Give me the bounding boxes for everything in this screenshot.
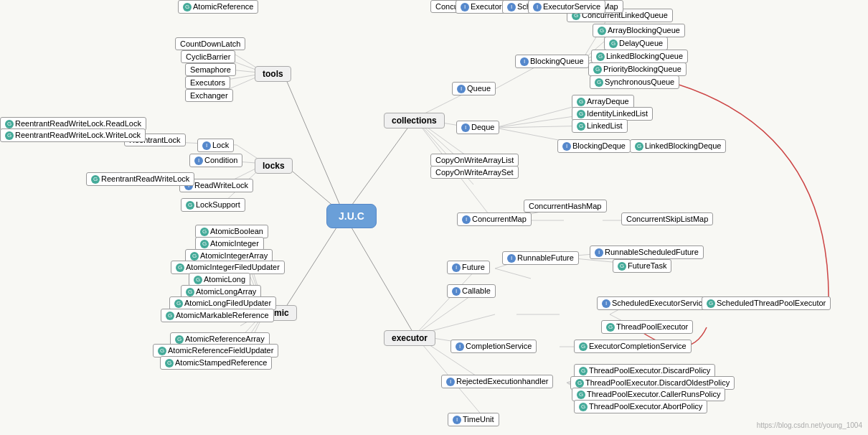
node-queue: IQueue — [452, 82, 496, 95]
node-timeunit: ITimeUnit — [448, 413, 499, 426]
svg-line-3 — [344, 118, 415, 215]
svg-line-58 — [495, 268, 531, 279]
executor-label: executor — [384, 330, 435, 346]
connector-lines — [0, 0, 868, 435]
category-tools: tools — [255, 66, 291, 82]
node-countdownlatch: CountDownLatch — [175, 37, 245, 50]
node-blockingqueue: IBlockingQueue — [515, 55, 589, 68]
svg-line-0 — [283, 73, 344, 215]
node-linkedblockingdeque: GLinkedBlockingDeque — [630, 139, 726, 153]
node-linkedblockingqueue: GLinkedBlockingQueue — [591, 50, 688, 63]
collections-label: collections — [384, 113, 445, 128]
juc-label: J.U.C — [326, 204, 377, 228]
node-completionservice: ICompletionService — [450, 340, 537, 353]
node-synchronousqueue: GSynchronousQueue — [590, 75, 679, 89]
node-futuretask: GFutureTask — [613, 259, 671, 273]
node-semaphore: Semaphore — [185, 63, 236, 76]
node-deque: IDeque — [456, 121, 499, 134]
node-executor-if: IExecutor — [456, 0, 506, 14]
node-exchanger: Exchanger — [185, 89, 233, 102]
node-executorservice: IExecutorService — [528, 0, 605, 14]
category-locks: locks — [255, 158, 293, 174]
node-concurrentskiplistmap: ConcurrentSkipListMap — [621, 212, 713, 225]
node-atomicreference: GAtomicReference — [178, 0, 258, 14]
node-condition: ICondition — [189, 154, 242, 167]
category-collections: collections — [384, 113, 445, 128]
node-runnablefuture: IRunnableFuture — [502, 251, 579, 265]
node-priorityblockingqueue: GPriorityBlockingQueue — [588, 62, 687, 76]
node-tpe-abort: GThreadPoolExecutor.AbortPolicy — [574, 400, 707, 413]
node-atomicstamped: GAtomicStampedReference — [160, 356, 272, 370]
node-future: IFuture — [447, 261, 490, 274]
node-copyonwritearrayset: CopyOnWriteArraySet — [430, 166, 519, 179]
svg-line-52 — [415, 291, 477, 335]
node-runnablescheduledfuture: IRunnableScheduledFuture — [590, 245, 704, 259]
category-executor: executor — [384, 330, 435, 346]
tools-label: tools — [255, 66, 291, 82]
node-executors: Executors — [185, 76, 230, 89]
node-rejectedexecutionhandler: IRejectedExecutionhandler — [441, 375, 553, 388]
node-threadpoolexecutor: GThreadPoolExecutor — [601, 320, 693, 334]
locks-label: locks — [255, 158, 293, 174]
node-lock: ILock — [197, 139, 234, 152]
node-locksupport: GLockSupport — [181, 198, 245, 212]
node-scheduledexecutorservice: IScheduledExecutorService — [597, 296, 712, 310]
node-cyclicbarrier: CyclicBarrier — [181, 50, 235, 63]
svg-line-4 — [344, 215, 415, 335]
node-concurrenthashmap: ConcurrentHashMap — [524, 200, 607, 212]
node-concurrentmap: IConcurrentMap — [457, 212, 532, 226]
node-delayqueue: GDelayQueue — [604, 37, 668, 50]
svg-line-2 — [283, 215, 344, 311]
node-reentrantreadwritelock: GReentrantReadWriteLock — [86, 172, 194, 186]
node-scheduledthreadpoolexecutor: GScheduledThreadPoolExecutor — [702, 296, 831, 310]
watermark: https://blog.csdn.net/young_1004 — [757, 421, 862, 429]
node-linkedlist: GLinkedList — [572, 119, 628, 133]
node-callable: ICallable — [447, 284, 496, 298]
node-arrayblockingqueue: GArrayBlockingQueue — [593, 24, 685, 37]
node-copyonwritearraylist: CopyOnWriteArrayList — [430, 154, 519, 167]
node-executorcompletionservice: GExecutorCompletionService — [574, 340, 692, 353]
node-rrwl-write: GReentrantReadWriteLock.WriteLock — [0, 128, 146, 142]
svg-line-51 — [415, 268, 477, 335]
node-blockingdeque: IBlockingDeque — [557, 139, 631, 153]
node-atomicmarkable: GAtomicMarkableReference — [161, 309, 274, 322]
center-node: J.U.C — [326, 204, 377, 228]
diagram-container: J.U.C tools CountDownLatch CyclicBarrier… — [0, 0, 868, 435]
